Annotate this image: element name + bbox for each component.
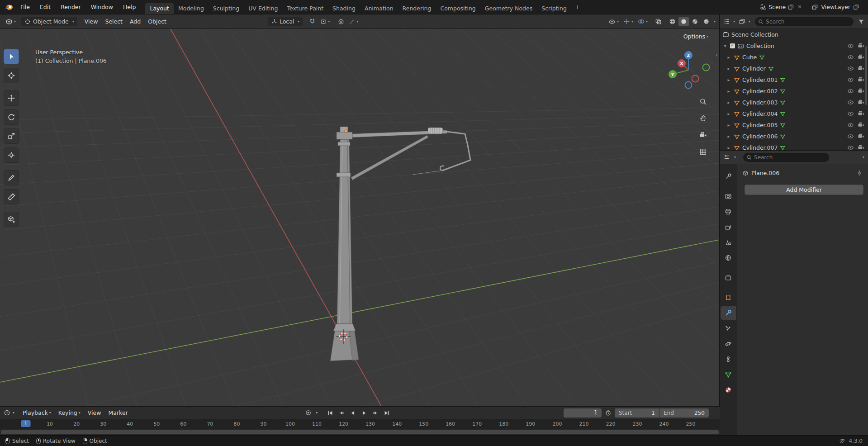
pin-icon[interactable] <box>856 170 863 176</box>
outliner-object-row[interactable]: ▸ Cylinder.006 <box>720 131 868 142</box>
navigation-gizmo[interactable]: Z X Y <box>666 47 711 92</box>
auto-keyframe-record-icon[interactable] <box>303 408 313 418</box>
outliner-object-row[interactable]: ▸ Cylinder.005 <box>720 119 868 131</box>
properties-search-input[interactable] <box>754 154 826 161</box>
tool-scale-button[interactable] <box>4 128 19 144</box>
workspace-tab[interactable]: UV Editing <box>244 3 282 14</box>
hide-eye-icon[interactable] <box>847 76 854 83</box>
viewport-menu[interactable]: View <box>81 17 102 26</box>
toggle-ortho-grid-icon[interactable] <box>697 145 709 158</box>
proportional-editing-toggle[interactable] <box>336 17 346 26</box>
workspace-tab[interactable]: Animation <box>360 3 398 14</box>
hide-eye-icon[interactable] <box>847 54 854 61</box>
viewlayer-icon[interactable] <box>811 3 819 11</box>
outliner-object-row[interactable]: ▸ Cylinder <box>720 63 868 74</box>
ruler-frame-label[interactable]: 230 <box>633 421 642 427</box>
next-keyframe-button[interactable] <box>370 408 380 418</box>
lamp-post-mesh[interactable] <box>330 127 470 361</box>
ruler-frame-label[interactable]: 70 <box>207 421 213 427</box>
ruler-frame-label[interactable]: 190 <box>526 421 535 427</box>
tool-select-box-button[interactable] <box>4 49 19 64</box>
scrollbar-handle[interactable] <box>1 430 719 434</box>
preview-range-stopwatch-icon[interactable] <box>605 409 612 416</box>
hide-eye-icon[interactable] <box>847 99 854 106</box>
editor-type-viewport-icon[interactable]: ▾ <box>4 17 18 27</box>
ruler-frame-label[interactable]: 170 <box>472 421 482 427</box>
pan-hand-icon[interactable] <box>697 112 709 124</box>
tool-cursor-button[interactable] <box>4 68 19 83</box>
keying-set-caret-icon[interactable]: ▾ <box>316 411 318 415</box>
ruler-frame-label[interactable]: 120 <box>339 421 348 427</box>
workspace-tab[interactable]: Modeling <box>174 3 209 14</box>
snap-target-dropdown[interactable]: ▾ <box>318 17 332 26</box>
play-button[interactable] <box>359 408 369 418</box>
exclude-checkbox[interactable] <box>730 43 735 48</box>
editor-type-properties-icon[interactable] <box>723 154 730 161</box>
expand-chevron-icon[interactable]: ▸ <box>726 111 731 116</box>
ruler-frame-label[interactable]: 180 <box>499 421 508 427</box>
play-reverse-button[interactable] <box>348 408 358 418</box>
disable-render-camera-icon[interactable] <box>858 65 864 72</box>
camera-view-icon[interactable] <box>697 128 709 141</box>
viewport-menu[interactable]: Object <box>144 17 170 26</box>
object-name[interactable]: Cylinder.005 <box>742 122 778 128</box>
workspace-tab[interactable]: Rendering <box>398 3 436 14</box>
tab-output[interactable] <box>721 205 736 218</box>
ruler-frame-label[interactable]: 100 <box>285 421 295 427</box>
ruler-frame-label[interactable]: 50 <box>153 421 160 427</box>
gizmos-toggle-dropdown[interactable]: ▾ <box>621 17 635 26</box>
editor-type-outliner-icon[interactable] <box>723 18 730 25</box>
zoom-icon[interactable] <box>697 95 709 108</box>
tab-object-data[interactable] <box>721 368 736 381</box>
unlink-scene-icon[interactable]: ✕ <box>796 4 803 10</box>
viewport-menu[interactable]: Add <box>126 17 144 26</box>
display-mode-icon[interactable] <box>739 18 745 25</box>
workspace-tab[interactable]: Sculpting <box>209 3 244 14</box>
viewport-3d[interactable]: User Perspective (1) Collection | Plane.… <box>0 29 720 406</box>
tab-collection[interactable] <box>721 271 736 285</box>
sidebar-collapse-arrow[interactable]: ‹ <box>716 52 718 58</box>
tab-scene[interactable] <box>721 236 736 249</box>
collection-name[interactable]: Scene Collection <box>731 31 778 38</box>
ruler-frame-label[interactable]: 250 <box>686 421 696 427</box>
breadcrumb-object-name[interactable]: Plane.006 <box>751 170 779 176</box>
object-name[interactable]: Cube <box>742 54 757 61</box>
tool-transform-button[interactable] <box>4 147 19 163</box>
ruler-frame-label[interactable]: 30 <box>100 421 106 427</box>
options-dropdown[interactable]: Options▾ <box>681 32 711 41</box>
previous-keyframe-button[interactable] <box>337 408 346 418</box>
outliner-search[interactable] <box>755 17 854 26</box>
hide-eye-icon[interactable] <box>847 88 854 95</box>
ruler-frame-label[interactable]: 140 <box>392 421 402 427</box>
ruler-frame-label[interactable]: 80 <box>233 421 240 427</box>
outliner-object-row[interactable]: ▸ Cylinder.004 <box>720 108 868 119</box>
shading-dropdown-icon[interactable]: ▾ <box>714 20 716 24</box>
ruler-frame-label[interactable]: 40 <box>127 421 133 427</box>
ruler-frame-label[interactable]: 90 <box>260 421 266 427</box>
editor-type-caret-icon[interactable]: ▾ <box>734 156 736 159</box>
workspace-tab[interactable]: Layout <box>145 3 174 14</box>
ruler-frame-label[interactable]: 210 <box>579 421 588 427</box>
ruler-frame-label[interactable]: 150 <box>419 421 428 427</box>
shading-wireframe-button[interactable] <box>667 17 678 26</box>
object-name[interactable]: Cylinder.001 <box>742 76 778 83</box>
disable-render-camera-icon[interactable] <box>858 122 864 128</box>
menubar-menu[interactable]: Edit <box>36 2 55 12</box>
scene-collection-row[interactable]: Scene Collection <box>720 29 868 40</box>
object-visibility-dropdown[interactable]: ▾ <box>607 17 621 27</box>
menubar-menu[interactable]: Window <box>87 2 117 12</box>
tab-modifiers[interactable] <box>721 306 736 320</box>
proportional-falloff-dropdown[interactable]: ▾ <box>347 17 360 26</box>
ruler-frame-label[interactable]: 200 <box>552 421 562 427</box>
shading-rendered-button[interactable] <box>701 17 711 26</box>
scene-name[interactable]: Scene <box>768 4 786 10</box>
expand-chevron-icon[interactable]: ▸ <box>726 134 731 139</box>
new-scene-icon[interactable] <box>787 3 795 11</box>
object-name[interactable]: Cylinder.004 <box>742 110 778 117</box>
outliner-object-row[interactable]: ▸ Cube <box>720 52 868 63</box>
disable-render-camera-icon[interactable] <box>858 110 864 117</box>
viewlayer-name[interactable]: ViewLayer <box>821 4 850 10</box>
ruler-frame-label[interactable]: 130 <box>365 421 375 427</box>
object-name[interactable]: Cylinder.002 <box>742 88 778 95</box>
properties-search[interactable] <box>743 153 829 162</box>
